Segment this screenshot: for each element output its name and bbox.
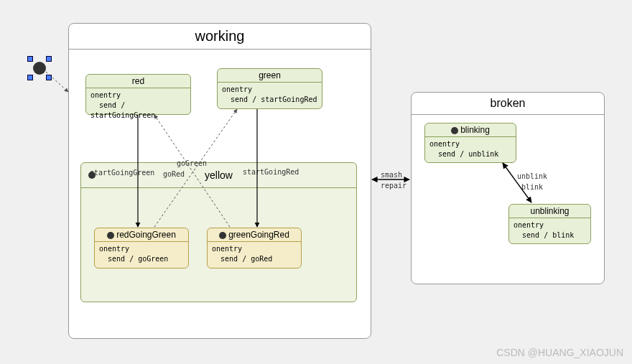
action-line: send / unblink [429, 149, 511, 159]
action-line: send / goGreen [99, 254, 184, 264]
diagram-canvas: working red onentry send / startGoingGre… [0, 0, 632, 364]
state-red[interactable]: red onentry send / startGoingGreen [85, 74, 191, 115]
entry-label: onentry [514, 220, 586, 230]
state-greenGoingRed[interactable]: greenGoingRed onentry send / goRed [207, 228, 302, 269]
label-goRed: goRed [163, 170, 185, 178]
label-startGoingRed: startGoingRed [243, 168, 299, 176]
label-startGoingGreen: startGoingGreen [90, 169, 154, 177]
action-line: send / startGoingRed [222, 95, 317, 105]
selection-handle[interactable] [27, 75, 33, 80]
label-blink: blink [521, 183, 543, 191]
state-green[interactable]: green onentry send / startGoingRed [217, 68, 322, 109]
state-working[interactable]: working red onentry send / startGoingGre… [68, 23, 371, 339]
state-header: greenGoingRed [208, 228, 301, 242]
state-body: onentry send / startGoingGreen [86, 88, 190, 123]
state-blinking[interactable]: blinking onentry send / unblink [424, 123, 516, 163]
state-body: onentry send / blink [509, 218, 590, 243]
state-header: green [218, 69, 322, 83]
state-unblinking[interactable]: unblinking onentry send / blink [508, 204, 591, 244]
state-body: onentry send / startGoingRed [218, 83, 322, 107]
action-line: send / startGoingGreen [90, 101, 186, 121]
entry-label: onentry [90, 90, 186, 101]
entry-label: onentry [212, 244, 297, 254]
initial-node-external[interactable] [33, 62, 46, 75]
label-smash: smash [381, 171, 402, 179]
state-header: blinking [425, 123, 516, 137]
selection-handle[interactable] [46, 56, 52, 62]
entry-label: onentry [429, 139, 511, 149]
watermark: CSDN @HUANG_XIAOJUN [496, 347, 623, 358]
selection-handle[interactable] [27, 56, 33, 62]
state-header: unblinking [509, 205, 590, 218]
state-body: onentry send / unblink [425, 137, 516, 162]
selection-handle[interactable] [46, 75, 52, 80]
state-redGoingGreen[interactable]: redGoingGreen onentry send / goGreen [94, 228, 189, 269]
entry-label: onentry [222, 85, 317, 95]
action-line: send / blink [514, 230, 586, 241]
state-title: working [69, 24, 371, 50]
action-line: send / goRed [212, 254, 297, 264]
label-repair: repair [381, 182, 406, 190]
state-title: broken [412, 93, 604, 115]
state-header: redGoingGreen [95, 228, 188, 242]
state-yellow[interactable]: yellow redGoingGreen onentry send / goGr… [80, 162, 357, 302]
state-header: red [86, 75, 190, 88]
entry-label: onentry [99, 244, 184, 254]
state-body: onentry send / goRed [208, 242, 301, 266]
state-body: onentry send / goGreen [95, 242, 188, 266]
label-unblink: unblink [517, 172, 547, 180]
label-goGreen: goGreen [177, 159, 207, 167]
state-broken[interactable]: broken blinking onentry send / unblink u… [411, 92, 605, 284]
